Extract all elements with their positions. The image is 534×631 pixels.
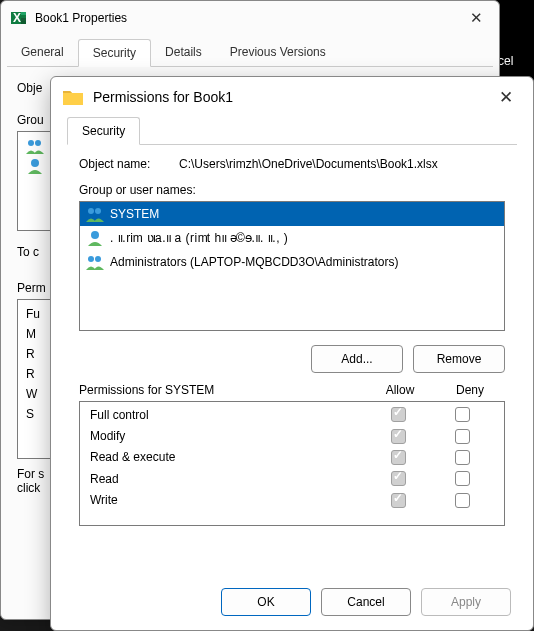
permissions-title: Permissions for Book1 xyxy=(93,89,491,105)
close-icon[interactable]: ✕ xyxy=(464,7,489,29)
svg-point-11 xyxy=(91,231,99,239)
user-icon xyxy=(86,230,104,246)
deny-checkbox[interactable] xyxy=(455,429,470,444)
dialog-buttons: OK Cancel Apply xyxy=(221,588,511,616)
permission-name: Read xyxy=(90,472,366,486)
group-list-label: Group or user names: xyxy=(79,183,505,197)
allow-checkbox[interactable] xyxy=(391,471,406,486)
close-icon[interactable]: ✕ xyxy=(491,85,521,110)
properties-title: Book1 Properties xyxy=(35,11,464,25)
permission-name: Modify xyxy=(90,429,366,443)
folder-icon xyxy=(63,88,83,106)
permissions-for-label: Permissions for SYSTEM xyxy=(79,383,365,397)
ok-button[interactable]: OK xyxy=(221,588,311,616)
svg-point-12 xyxy=(88,256,94,262)
svg-point-7 xyxy=(35,140,41,146)
svg-rect-2 xyxy=(21,12,26,15)
permissions-header: Permissions for SYSTEM Allow Deny xyxy=(79,383,505,397)
svg-point-8 xyxy=(31,159,39,167)
deny-checkbox[interactable] xyxy=(455,407,470,422)
tab-details[interactable]: Details xyxy=(151,39,216,66)
apply-button[interactable]: Apply xyxy=(421,588,511,616)
svg-text:X: X xyxy=(13,11,21,25)
svg-point-6 xyxy=(28,140,34,146)
permissions-table[interactable]: Full controlModifyRead & executeReadWrit… xyxy=(79,401,505,526)
permission-name: Full control xyxy=(90,408,366,422)
group-icon xyxy=(26,138,44,154)
user-icon xyxy=(26,158,44,174)
allow-checkbox[interactable] xyxy=(391,450,406,465)
deny-checkbox[interactable] xyxy=(455,493,470,508)
permission-row: Modify xyxy=(80,425,504,446)
permission-name: Read & execute xyxy=(90,450,366,464)
tab-general[interactable]: General xyxy=(7,39,78,66)
permissions-tabs: Security xyxy=(67,117,517,145)
user-name-obscured: . ıı.rim ʋıa.ıı a (rimt hıı ə©ɘ.ıı. ıı.,… xyxy=(110,231,288,245)
deny-checkbox[interactable] xyxy=(455,450,470,465)
cancel-button[interactable]: Cancel xyxy=(321,588,411,616)
permission-row: Full control xyxy=(80,404,504,425)
tab-previous-versions[interactable]: Previous Versions xyxy=(216,39,340,66)
permission-row: Read & execute xyxy=(80,447,504,468)
svg-rect-4 xyxy=(21,18,26,21)
user-name: SYSTEM xyxy=(110,207,159,221)
permissions-titlebar: Permissions for Book1 ✕ xyxy=(51,77,533,117)
permissions-body: Object name: C:\Users\rimzh\OneDrive\Doc… xyxy=(51,145,533,534)
object-name-label: Object name: xyxy=(79,157,179,171)
object-name-row: Object name: C:\Users\rimzh\OneDrive\Doc… xyxy=(79,157,505,171)
deny-column-header: Deny xyxy=(435,383,505,397)
user-row-system[interactable]: SYSTEM xyxy=(80,202,504,226)
tab-security[interactable]: Security xyxy=(67,117,140,145)
svg-point-10 xyxy=(95,208,101,214)
remove-button[interactable]: Remove xyxy=(413,345,505,373)
properties-titlebar: X Book1 Properties ✕ xyxy=(1,1,499,35)
svg-rect-5 xyxy=(21,21,26,24)
allow-checkbox[interactable] xyxy=(391,429,406,444)
object-name-value: C:\Users\rimzh\OneDrive\Documents\Book1.… xyxy=(179,157,505,171)
allow-checkbox[interactable] xyxy=(391,493,406,508)
user-name: Administrators (LAPTOP-MQBCDD3O\Administ… xyxy=(110,255,399,269)
user-list[interactable]: SYSTEM . ıı.rim ʋıa.ıı a (rimt hıı ə©ɘ.ı… xyxy=(79,201,505,331)
add-button[interactable]: Add... xyxy=(311,345,403,373)
user-row-administrators[interactable]: Administrators (LAPTOP-MQBCDD3O\Administ… xyxy=(80,250,504,274)
user-row-account[interactable]: . ıı.rim ʋıa.ıı a (rimt hıı ə©ɘ.ıı. ıı.,… xyxy=(80,226,504,250)
allow-column-header: Allow xyxy=(365,383,435,397)
permission-name: Write xyxy=(90,493,366,507)
deny-checkbox[interactable] xyxy=(455,471,470,486)
group-icon xyxy=(86,206,104,222)
allow-checkbox[interactable] xyxy=(391,407,406,422)
svg-point-13 xyxy=(95,256,101,262)
excel-icon: X xyxy=(11,10,27,26)
permission-row: Read xyxy=(80,468,504,489)
group-icon xyxy=(86,254,104,270)
properties-tabs: General Security Details Previous Versio… xyxy=(7,39,493,67)
user-buttons-row: Add... Remove xyxy=(79,345,505,373)
svg-point-9 xyxy=(88,208,94,214)
permissions-dialog: Permissions for Book1 ✕ Security Object … xyxy=(50,76,534,631)
tab-security[interactable]: Security xyxy=(78,39,151,67)
svg-rect-3 xyxy=(21,15,26,18)
permission-row: Write xyxy=(80,489,504,510)
